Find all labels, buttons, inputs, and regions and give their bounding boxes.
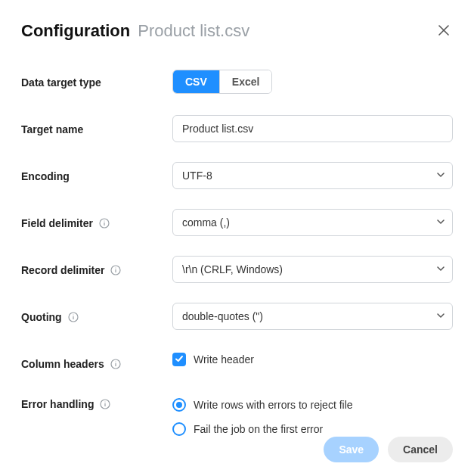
field-delimiter-value: comma (,) bbox=[182, 216, 230, 229]
info-icon[interactable] bbox=[68, 312, 79, 322]
row-column-headers: Column headers Write header bbox=[21, 350, 453, 377]
data-target-type-toggle: CSV Excel bbox=[172, 70, 272, 94]
page-title: Configuration bbox=[21, 21, 130, 41]
write-header-label: Write header bbox=[194, 353, 254, 366]
configuration-modal: Configuration Product list.csv Data targ… bbox=[0, 0, 474, 471]
info-icon[interactable] bbox=[110, 359, 121, 369]
save-button[interactable]: Save bbox=[324, 437, 379, 462]
page-subtitle: Product list.csv bbox=[138, 21, 249, 41]
control-record-delimiter: \r\n (CRLF, Windows) bbox=[172, 256, 453, 283]
label-text: Quoting bbox=[21, 311, 62, 323]
svg-point-4 bbox=[104, 220, 104, 221]
record-delimiter-value: \r\n (CRLF, Windows) bbox=[182, 263, 283, 275]
svg-point-10 bbox=[73, 314, 73, 315]
error-handling-option-fail-first: Fail the job on the first error bbox=[172, 422, 453, 436]
radio-fail-first-label: Fail the job on the first error bbox=[194, 423, 323, 435]
check-icon bbox=[175, 353, 184, 366]
control-data-target-type: CSV Excel bbox=[172, 70, 453, 94]
row-error-handling: Error handling Write rows with errors to… bbox=[21, 397, 453, 436]
quoting-value: double-quotes (") bbox=[182, 310, 263, 322]
svg-point-13 bbox=[115, 361, 116, 362]
close-button[interactable] bbox=[435, 22, 453, 40]
cancel-button[interactable]: Cancel bbox=[388, 437, 453, 462]
row-field-delimiter: Field delimiter comma (,) bbox=[21, 209, 453, 236]
label-text: Data target type bbox=[21, 76, 101, 89]
svg-point-7 bbox=[116, 267, 116, 268]
record-delimiter-select[interactable]: \r\n (CRLF, Windows) bbox=[172, 256, 453, 283]
label-text: Record delimiter bbox=[21, 264, 104, 276]
label-record-delimiter: Record delimiter bbox=[21, 263, 172, 276]
encoding-value: UTF-8 bbox=[182, 170, 212, 182]
modal-footer: Save Cancel bbox=[324, 437, 453, 462]
label-text: Error handling bbox=[21, 398, 94, 410]
control-encoding: UTF-8 bbox=[172, 162, 453, 189]
close-icon bbox=[438, 24, 450, 39]
radio-reject-file[interactable] bbox=[172, 398, 186, 412]
row-data-target-type: Data target type CSV Excel bbox=[21, 68, 453, 95]
control-quoting: double-quotes (") bbox=[172, 303, 453, 330]
radio-reject-file-label: Write rows with errors to reject file bbox=[194, 399, 353, 411]
write-header-checkbox-row: Write header bbox=[172, 353, 453, 366]
quoting-select[interactable]: double-quotes (") bbox=[172, 303, 453, 330]
target-name-input[interactable] bbox=[172, 115, 453, 142]
info-icon[interactable] bbox=[100, 399, 110, 409]
radio-fail-first[interactable] bbox=[172, 422, 186, 436]
label-field-delimiter: Field delimiter bbox=[21, 216, 172, 229]
info-icon[interactable] bbox=[99, 218, 110, 229]
data-target-csv-option[interactable]: CSV bbox=[173, 70, 219, 93]
label-error-handling: Error handling bbox=[21, 397, 172, 410]
write-header-checkbox[interactable] bbox=[172, 353, 186, 366]
label-text: Field delimiter bbox=[21, 217, 93, 229]
title-wrap: Configuration Product list.csv bbox=[21, 21, 249, 41]
row-record-delimiter: Record delimiter \r\n (CRLF, Windows) bbox=[21, 256, 453, 283]
encoding-select[interactable]: UTF-8 bbox=[172, 162, 453, 189]
error-handling-option-reject-file: Write rows with errors to reject file bbox=[172, 398, 453, 412]
label-quoting: Quoting bbox=[21, 310, 172, 323]
control-column-headers: Write header bbox=[172, 353, 453, 374]
row-quoting: Quoting double-quotes (") bbox=[21, 303, 453, 330]
control-target-name bbox=[172, 115, 453, 142]
error-handling-radio-group: Write rows with errors to reject file Fa… bbox=[172, 397, 453, 436]
label-text: Target name bbox=[21, 123, 83, 135]
data-target-excel-option[interactable]: Excel bbox=[219, 70, 272, 93]
label-text: Encoding bbox=[21, 170, 70, 182]
field-delimiter-select[interactable]: comma (,) bbox=[172, 209, 453, 236]
row-target-name: Target name bbox=[21, 115, 453, 142]
control-error-handling: Write rows with errors to reject file Fa… bbox=[172, 397, 453, 436]
label-text: Column headers bbox=[21, 358, 104, 370]
label-column-headers: Column headers bbox=[21, 356, 172, 370]
svg-point-16 bbox=[105, 401, 106, 402]
label-target-name: Target name bbox=[21, 122, 172, 135]
control-field-delimiter: comma (,) bbox=[172, 209, 453, 236]
modal-header: Configuration Product list.csv bbox=[21, 21, 453, 41]
label-encoding: Encoding bbox=[21, 169, 172, 182]
info-icon[interactable] bbox=[110, 265, 121, 275]
label-data-target-type: Data target type bbox=[21, 75, 172, 89]
radio-dot-icon bbox=[176, 402, 182, 408]
row-encoding: Encoding UTF-8 bbox=[21, 162, 453, 189]
